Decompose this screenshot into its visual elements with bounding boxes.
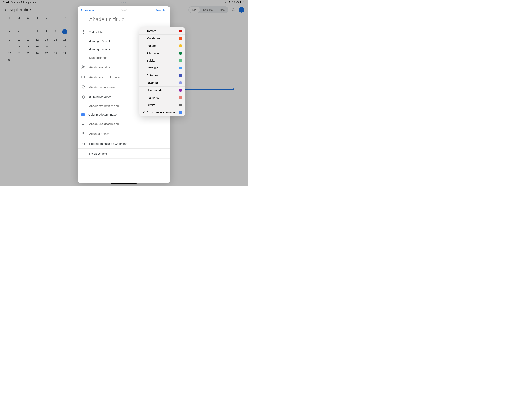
color-option-label: Uva morada [147,89,179,92]
color-option[interactable]: Pavo real [139,64,185,72]
checkmark-icon: ✓ [142,111,146,114]
save-button[interactable]: Guardar [155,8,167,12]
color-option-label: Grafito [147,103,179,107]
color-option-label: Lavanda [147,81,179,84]
color-swatch [179,104,182,106]
color-option[interactable]: Arándano [139,72,185,79]
color-option[interactable]: Tomate [139,27,185,35]
availability-row[interactable]: No disponible ⌃⌄ [77,149,170,159]
color-option-label: Color predeterminado [147,111,179,114]
svg-point-12 [84,66,85,67]
color-option[interactable]: Uva morada [139,86,185,94]
color-option-label: Pavo real [147,66,179,70]
color-swatch [179,96,182,99]
description-row[interactable]: Añade una descripción [77,119,170,129]
svg-rect-20 [82,153,85,155]
clock-icon [81,30,86,34]
color-option[interactable]: ✓Color predeterminado [139,109,185,116]
attach-row[interactable]: Adjuntar archivo [77,129,170,139]
briefcase-icon [81,151,86,156]
color-option[interactable]: Flamenco [139,94,185,101]
people-icon [81,65,86,69]
color-option-label: Albahaca [147,51,179,55]
location-icon [81,84,86,89]
color-option-label: Arándano [147,74,179,77]
svg-point-14 [83,86,84,87]
chevron-down-icon [120,9,127,12]
color-picker-popover: TomateMandarinaPlátanoAlbahacaSalviaPavo… [139,27,185,116]
cancel-button[interactable]: Cancelar [81,8,94,12]
attachment-icon [81,131,86,136]
visibility-row[interactable]: Predeterminada de Calendar ⌃⌄ [77,139,170,149]
color-option[interactable]: Mandarina [139,35,185,42]
svg-rect-13 [82,76,84,78]
color-option-label: Tomate [147,29,179,32]
color-swatch [179,37,182,40]
color-swatch [179,67,182,69]
color-swatch [179,74,182,77]
color-option[interactable]: Plátano [139,42,185,50]
color-swatch [179,45,182,47]
color-swatch [179,30,182,32]
color-swatch [179,52,182,55]
video-icon [81,75,86,79]
lock-icon [81,141,86,146]
color-swatch [179,81,182,84]
updown-arrows-icon: ⌃⌄ [165,152,167,155]
color-option[interactable]: Salvia [139,57,185,64]
color-option-label: Flamenco [147,96,179,99]
color-swatch [179,89,182,91]
color-option[interactable]: Lavanda [139,79,185,86]
event-title-input[interactable]: Añade un título [77,12,170,27]
color-option[interactable]: Grafito [139,101,185,109]
color-option-label: Mandarina [147,37,179,40]
home-indicator[interactable] [111,183,137,184]
svg-point-19 [83,144,83,144]
color-swatch [179,59,182,62]
svg-point-11 [82,66,83,67]
multitask-dots[interactable] [121,2,126,3]
color-option-label: Plátano [147,44,179,47]
color-swatch-icon [81,113,84,116]
color-option[interactable]: Albahaca [139,50,185,57]
color-swatch [179,111,182,114]
updown-arrows-icon: ⌃⌄ [165,142,167,145]
modal-collapse-handle[interactable] [120,9,127,12]
notes-icon [81,121,86,126]
bell-icon [81,95,86,99]
color-option-label: Salvia [147,59,179,62]
